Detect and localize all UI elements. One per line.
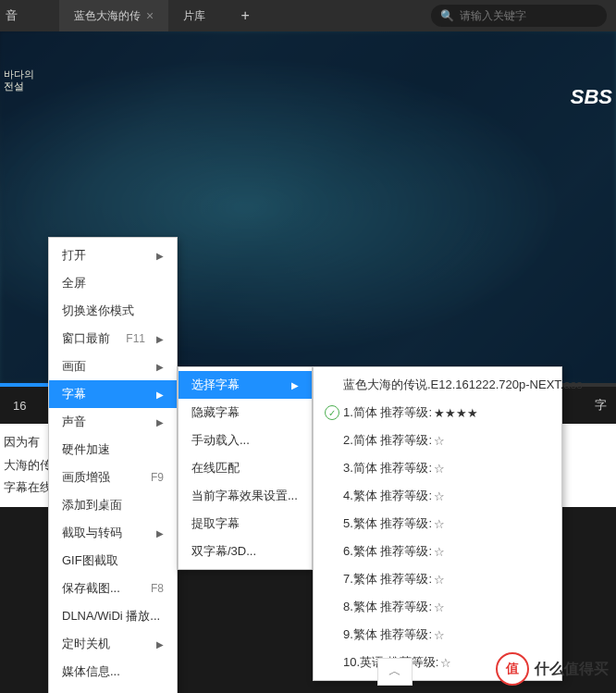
menu-item-label: 添加到桌面: [62, 497, 122, 514]
menu-item[interactable]: 声音▶: [49, 408, 177, 436]
menu-item[interactable]: GIF图截取: [49, 547, 177, 575]
close-icon[interactable]: ×: [146, 8, 154, 23]
menu-item[interactable]: 画面▶: [49, 353, 177, 380]
menu-item-label: 在线匹配: [191, 460, 240, 476]
add-tab-button[interactable]: +: [229, 0, 261, 31]
tab-label: 蓝色大海的传: [74, 8, 141, 24]
menu-item[interactable]: ✓1.简体 推荐等级:★★★★: [314, 399, 561, 427]
controls-right: 字: [595, 397, 607, 414]
rating-stars: ☆: [434, 462, 445, 476]
menu-item[interactable]: 8.繁体 推荐等级:☆: [314, 593, 561, 621]
time-display: 16: [13, 399, 26, 413]
check-icon: ✓: [325, 405, 339, 420]
rating-stars: ★★★★: [434, 406, 478, 420]
chevron-right-icon: ▶: [156, 251, 164, 261]
progress-fill: [0, 383, 49, 387]
menu-item[interactable]: 画质增强F9: [49, 464, 177, 491]
chevron-right-icon: ▶: [291, 380, 299, 390]
menu-item-label: 选择字幕: [191, 377, 240, 393]
menu-shortcut: F11: [126, 332, 145, 345]
chevron-right-icon: ▶: [156, 362, 164, 372]
context-menu-subtitle: 选择字幕▶隐藏字幕手动载入...在线匹配当前字幕效果设置...提取字幕双字幕/3…: [178, 366, 313, 570]
rating-stars: ☆: [434, 545, 445, 559]
menu-item[interactable]: DLNA/WiDi 播放...: [49, 602, 177, 630]
menu-item-label: 切换迷你模式: [62, 303, 134, 319]
menu-item-label: 打开: [62, 247, 86, 264]
menu-item[interactable]: 全屏: [49, 269, 177, 297]
menu-item[interactable]: 隐藏字幕: [179, 399, 312, 427]
menu-item[interactable]: 蓝色大海的传说.E12.161222.720p-NEXT.ass: [314, 371, 561, 399]
menu-item[interactable]: 保存截图...F8: [49, 575, 177, 602]
search-input[interactable]: [460, 9, 598, 22]
menu-item[interactable]: 提取字幕: [179, 510, 312, 538]
menu-item[interactable]: 添加到桌面: [49, 491, 177, 519]
subtitle-button[interactable]: 字: [595, 397, 607, 414]
rating-stars: ☆: [434, 434, 445, 448]
menu-item-label: 画面: [62, 358, 86, 375]
watermark-sbs: SBS: [571, 85, 612, 109]
menu-item[interactable]: 在线匹配: [179, 454, 312, 482]
menu-item-label: 保存截图...: [62, 580, 120, 597]
menu-item-label: 截取与转码: [62, 525, 122, 541]
menu-item-label: GIF图截取: [62, 552, 118, 569]
menu-item-label: 窗口最前: [62, 330, 110, 347]
menu-item-label: 5.繁体 推荐等级:: [343, 515, 432, 532]
menu-item[interactable]: 双字幕/3D...: [179, 538, 312, 565]
menu-item-label: 3.简体 推荐等级:: [343, 460, 432, 476]
menu-item-label: DLNA/WiDi 播放...: [62, 608, 160, 625]
tab-active[interactable]: 蓝色大海的传 ×: [59, 0, 168, 31]
menu-item-label: 当前字幕效果设置...: [191, 488, 298, 504]
menu-item[interactable]: 5.繁体 推荐等级:☆: [314, 510, 561, 538]
menu-item-label: 提取字幕: [191, 515, 240, 532]
menu-item[interactable]: 9.繁体 推荐等级:☆: [314, 621, 561, 649]
menu-item-label: 2.简体 推荐等级:: [343, 432, 432, 449]
menu-item-label: 全屏: [62, 275, 86, 291]
menu-item-label: 字幕: [62, 386, 86, 402]
menu-item[interactable]: 2.简体 推荐等级:☆: [314, 427, 561, 454]
menu-item[interactable]: 当前字幕效果设置...: [179, 482, 312, 510]
menu-item[interactable]: 媒体信息...: [49, 658, 177, 686]
chevron-right-icon: ▶: [156, 528, 164, 538]
menu-item[interactable]: 字幕▶: [49, 380, 177, 408]
tab-library[interactable]: 片库: [168, 0, 220, 31]
menu-item[interactable]: 截取与转码▶: [49, 519, 177, 547]
menu-item[interactable]: 4.繁体 推荐等级:☆: [314, 482, 561, 510]
chevron-right-icon: ▶: [156, 334, 164, 344]
menu-item[interactable]: 6.繁体 推荐等级:☆: [314, 538, 561, 565]
chevron-right-icon: ▶: [156, 639, 164, 650]
menu-item[interactable]: 手动载入...: [179, 427, 312, 454]
context-menu-select-subtitle: 蓝色大海的传说.E12.161222.720p-NEXT.ass✓1.简体 推荐…: [313, 366, 562, 681]
menu-item-label: 硬件加速: [62, 441, 110, 458]
rating-stars: ☆: [434, 600, 445, 614]
menu-item-label: 手动载入...: [191, 432, 250, 449]
menu-item-label: 4.繁体 推荐等级:: [343, 488, 432, 504]
menu-item[interactable]: 选择字幕▶: [179, 371, 312, 399]
scroll-top-button[interactable]: ︿: [377, 658, 413, 686]
watermark-left: 바다의 전설: [4, 68, 34, 93]
search-box[interactable]: 🔍: [431, 5, 607, 27]
menu-item[interactable]: 硬件加速: [49, 436, 177, 464]
rating-stars: ☆: [434, 628, 445, 642]
menu-item-label: 双字幕/3D...: [191, 543, 256, 560]
menu-item-label: 8.繁体 推荐等级:: [343, 599, 432, 615]
tab-label: 片库: [183, 8, 205, 24]
menu-item[interactable]: 打开▶: [49, 241, 177, 269]
menu-item[interactable]: 设置...: [49, 686, 177, 693]
menu-shortcut: F8: [151, 582, 164, 595]
chevron-up-icon: ︿: [388, 663, 401, 680]
menu-item-label: 隐藏字幕: [191, 404, 240, 421]
menu-item-label: 6.繁体 推荐等级:: [343, 543, 432, 560]
menu-item[interactable]: 7.繁体 推荐等级:☆: [314, 565, 561, 593]
rating-stars: ☆: [440, 656, 451, 670]
chevron-right-icon: ▶: [156, 390, 164, 400]
context-menu-main: 打开▶全屏切换迷你模式窗口最前F11▶画面▶字幕▶声音▶硬件加速画质增强F9添加…: [48, 237, 178, 693]
menu-item-label: 9.繁体 推荐等级:: [343, 626, 432, 643]
menu-shortcut: F9: [151, 471, 164, 484]
menu-item-label: 1.简体 推荐等级:: [343, 404, 432, 421]
menu-item[interactable]: 3.简体 推荐等级:☆: [314, 454, 561, 482]
brand-watermark: 值 什么值得买: [496, 652, 609, 686]
menu-item[interactable]: 窗口最前F11▶: [49, 325, 177, 353]
menu-item-label: 画质增强: [62, 469, 110, 486]
menu-item[interactable]: 切换迷你模式: [49, 297, 177, 325]
menu-item[interactable]: 定时关机▶: [49, 630, 177, 658]
